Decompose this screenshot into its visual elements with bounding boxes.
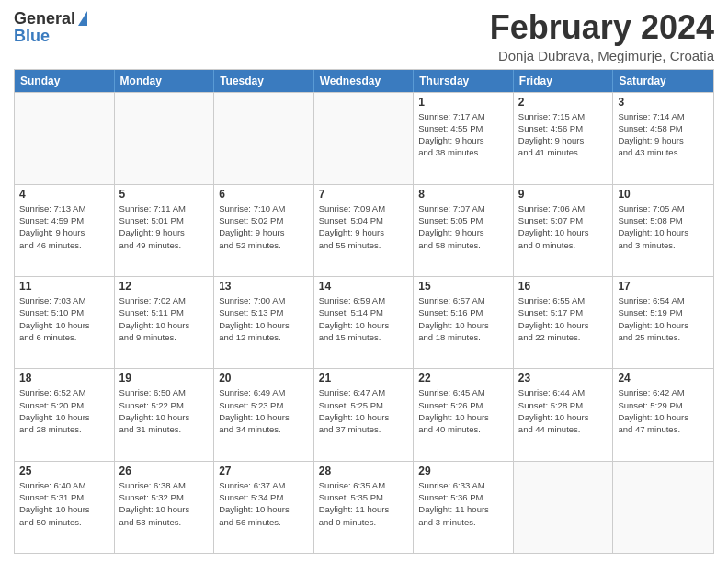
calendar-header: SundayMondayTuesdayWednesdayThursdayFrid… <box>15 70 713 92</box>
logo-blue: Blue <box>14 27 87 46</box>
month-title: February 2024 <box>490 9 714 46</box>
day-info: Sunrise: 7:10 AM Sunset: 5:02 PM Dayligh… <box>219 202 309 251</box>
calendar-cell: 26Sunrise: 6:38 AM Sunset: 5:32 PM Dayli… <box>115 462 215 553</box>
logo: General Blue <box>14 9 87 46</box>
calendar-cell <box>314 93 415 184</box>
calendar-row: 1Sunrise: 7:17 AM Sunset: 4:55 PM Daylig… <box>15 92 713 184</box>
day-info: Sunrise: 7:13 AM Sunset: 4:59 PM Dayligh… <box>19 202 109 251</box>
day-info: Sunrise: 7:11 AM Sunset: 5:01 PM Dayligh… <box>119 202 210 251</box>
calendar-cell: 12Sunrise: 7:02 AM Sunset: 5:11 PM Dayli… <box>115 277 215 368</box>
day-number: 19 <box>119 372 210 385</box>
calendar-cell: 18Sunrise: 6:52 AM Sunset: 5:20 PM Dayli… <box>15 369 115 460</box>
day-info: Sunrise: 6:44 AM Sunset: 5:28 PM Dayligh… <box>518 386 609 435</box>
title-section: February 2024 Donja Dubrava, Megimurje, … <box>490 9 714 63</box>
day-number: 11 <box>19 280 109 293</box>
day-info: Sunrise: 6:49 AM Sunset: 5:23 PM Dayligh… <box>219 386 309 435</box>
calendar-cell: 21Sunrise: 6:47 AM Sunset: 5:25 PM Dayli… <box>314 369 415 460</box>
cal-header-cell: Sunday <box>15 70 115 92</box>
day-number: 25 <box>19 465 109 477</box>
day-number: 18 <box>19 372 109 385</box>
day-number: 29 <box>418 465 508 477</box>
day-number: 27 <box>219 465 309 477</box>
calendar-cell: 11Sunrise: 7:03 AM Sunset: 5:10 PM Dayli… <box>15 277 115 368</box>
calendar-row: 25Sunrise: 6:40 AM Sunset: 5:31 PM Dayli… <box>15 461 713 553</box>
day-number: 7 <box>319 188 409 201</box>
day-number: 5 <box>119 188 210 201</box>
day-number: 8 <box>418 188 508 201</box>
day-number: 14 <box>319 280 409 293</box>
day-info: Sunrise: 7:06 AM Sunset: 5:07 PM Dayligh… <box>518 202 609 251</box>
cal-header-cell: Saturday <box>613 70 713 92</box>
calendar-cell: 24Sunrise: 6:42 AM Sunset: 5:29 PM Dayli… <box>613 369 713 460</box>
day-info: Sunrise: 6:59 AM Sunset: 5:14 PM Dayligh… <box>319 294 409 343</box>
day-info: Sunrise: 7:09 AM Sunset: 5:04 PM Dayligh… <box>319 202 409 251</box>
day-info: Sunrise: 7:07 AM Sunset: 5:05 PM Dayligh… <box>418 202 508 251</box>
calendar-row: 18Sunrise: 6:52 AM Sunset: 5:20 PM Dayli… <box>15 368 713 460</box>
day-number: 21 <box>319 372 409 385</box>
calendar-cell: 28Sunrise: 6:35 AM Sunset: 5:35 PM Dayli… <box>314 462 415 553</box>
calendar-cell: 29Sunrise: 6:33 AM Sunset: 5:36 PM Dayli… <box>414 462 514 553</box>
day-info: Sunrise: 7:14 AM Sunset: 4:58 PM Dayligh… <box>618 110 709 159</box>
day-number: 3 <box>618 96 709 109</box>
day-info: Sunrise: 6:52 AM Sunset: 5:20 PM Dayligh… <box>19 386 109 435</box>
calendar-cell: 4Sunrise: 7:13 AM Sunset: 4:59 PM Daylig… <box>15 185 115 276</box>
calendar-cell: 15Sunrise: 6:57 AM Sunset: 5:16 PM Dayli… <box>414 277 514 368</box>
day-number: 1 <box>418 96 508 109</box>
calendar-cell: 23Sunrise: 6:44 AM Sunset: 5:28 PM Dayli… <box>514 369 614 460</box>
day-number: 16 <box>518 280 609 293</box>
logo-arrow-icon <box>78 11 87 26</box>
calendar-cell: 20Sunrise: 6:49 AM Sunset: 5:23 PM Dayli… <box>214 369 314 460</box>
day-info: Sunrise: 6:54 AM Sunset: 5:19 PM Dayligh… <box>618 294 709 343</box>
calendar: SundayMondayTuesdayWednesdayThursdayFrid… <box>14 69 714 554</box>
calendar-cell: 19Sunrise: 6:50 AM Sunset: 5:22 PM Dayli… <box>115 369 215 460</box>
calendar-cell: 7Sunrise: 7:09 AM Sunset: 5:04 PM Daylig… <box>314 185 415 276</box>
calendar-cell: 17Sunrise: 6:54 AM Sunset: 5:19 PM Dayli… <box>613 277 713 368</box>
calendar-cell: 22Sunrise: 6:45 AM Sunset: 5:26 PM Dayli… <box>414 369 514 460</box>
calendar-cell <box>15 93 115 184</box>
day-number: 10 <box>618 188 709 201</box>
calendar-cell: 10Sunrise: 7:05 AM Sunset: 5:08 PM Dayli… <box>613 185 713 276</box>
day-info: Sunrise: 6:35 AM Sunset: 5:35 PM Dayligh… <box>319 479 409 528</box>
calendar-cell <box>115 93 215 184</box>
calendar-cell: 5Sunrise: 7:11 AM Sunset: 5:01 PM Daylig… <box>115 185 215 276</box>
calendar-body: 1Sunrise: 7:17 AM Sunset: 4:55 PM Daylig… <box>15 92 713 553</box>
day-info: Sunrise: 6:47 AM Sunset: 5:25 PM Dayligh… <box>319 386 409 435</box>
cal-header-cell: Monday <box>115 70 215 92</box>
cal-header-cell: Thursday <box>414 70 514 92</box>
calendar-cell <box>613 462 713 553</box>
day-info: Sunrise: 7:02 AM Sunset: 5:11 PM Dayligh… <box>119 294 210 343</box>
day-info: Sunrise: 7:17 AM Sunset: 4:55 PM Dayligh… <box>418 110 508 159</box>
day-number: 26 <box>119 465 210 477</box>
cal-header-cell: Wednesday <box>314 70 415 92</box>
calendar-cell: 3Sunrise: 7:14 AM Sunset: 4:58 PM Daylig… <box>613 93 713 184</box>
day-info: Sunrise: 6:33 AM Sunset: 5:36 PM Dayligh… <box>418 479 508 528</box>
calendar-cell: 14Sunrise: 6:59 AM Sunset: 5:14 PM Dayli… <box>314 277 415 368</box>
day-info: Sunrise: 6:57 AM Sunset: 5:16 PM Dayligh… <box>418 294 508 343</box>
calendar-cell: 25Sunrise: 6:40 AM Sunset: 5:31 PM Dayli… <box>15 462 115 553</box>
day-number: 15 <box>418 280 508 293</box>
calendar-cell: 6Sunrise: 7:10 AM Sunset: 5:02 PM Daylig… <box>214 185 314 276</box>
day-info: Sunrise: 7:05 AM Sunset: 5:08 PM Dayligh… <box>618 202 709 251</box>
day-number: 13 <box>219 280 309 293</box>
day-number: 24 <box>618 372 709 385</box>
day-info: Sunrise: 6:37 AM Sunset: 5:34 PM Dayligh… <box>219 479 309 528</box>
day-number: 17 <box>618 280 709 293</box>
calendar-cell: 13Sunrise: 7:00 AM Sunset: 5:13 PM Dayli… <box>214 277 314 368</box>
header: General Blue February 2024 Donja Dubrava… <box>14 9 714 63</box>
calendar-cell <box>514 462 614 553</box>
cal-header-cell: Tuesday <box>214 70 314 92</box>
day-number: 6 <box>219 188 309 201</box>
day-info: Sunrise: 6:55 AM Sunset: 5:17 PM Dayligh… <box>518 294 609 343</box>
day-number: 22 <box>418 372 508 385</box>
calendar-row: 11Sunrise: 7:03 AM Sunset: 5:10 PM Dayli… <box>15 276 713 368</box>
calendar-cell <box>214 93 314 184</box>
day-info: Sunrise: 7:00 AM Sunset: 5:13 PM Dayligh… <box>219 294 309 343</box>
calendar-cell: 27Sunrise: 6:37 AM Sunset: 5:34 PM Dayli… <box>214 462 314 553</box>
day-info: Sunrise: 7:15 AM Sunset: 4:56 PM Dayligh… <box>518 110 609 159</box>
day-info: Sunrise: 6:38 AM Sunset: 5:32 PM Dayligh… <box>119 479 210 528</box>
cal-header-cell: Friday <box>514 70 614 92</box>
calendar-cell: 1Sunrise: 7:17 AM Sunset: 4:55 PM Daylig… <box>414 93 514 184</box>
day-number: 20 <box>219 372 309 385</box>
day-number: 9 <box>518 188 609 201</box>
day-info: Sunrise: 6:45 AM Sunset: 5:26 PM Dayligh… <box>418 386 508 435</box>
